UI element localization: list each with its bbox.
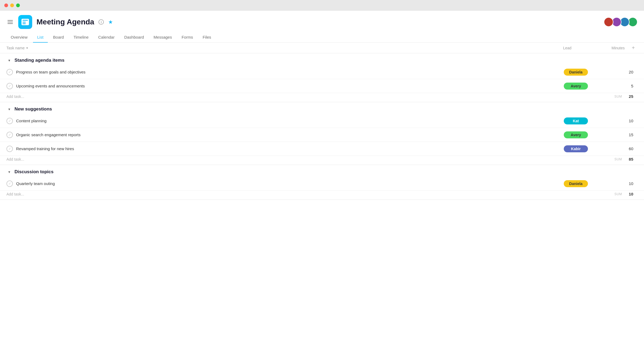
task-name-task-4: Organic search engagement reports — [16, 132, 552, 137]
task-name-column-header[interactable]: Task name ▾ — [6, 46, 543, 50]
task-lead-cell-task-3: Kat — [552, 117, 600, 124]
sections-container: ▾ Standing agenda items ✓ Progress on te… — [0, 53, 644, 200]
table-header: Task name ▾ Lead Minutes + — [0, 43, 644, 53]
lead-badge-task-1[interactable]: Daniela — [564, 69, 588, 76]
section-footer-discussion-topics: Add task... SUM 10 — [0, 191, 644, 200]
add-task-button-standing-agenda[interactable]: Add task... — [6, 94, 24, 99]
section-header-discussion-topics: ▾ Discussion topics — [0, 165, 644, 177]
task-minutes-task-5: 60 — [600, 146, 638, 151]
tab-files[interactable]: Files — [198, 32, 215, 43]
section-new-suggestions: ▾ New suggestions ✓ Content planning Kat… — [0, 102, 644, 165]
lead-badge-task-3[interactable]: Kat — [564, 117, 588, 124]
tab-dashboard[interactable]: Dashboard — [120, 32, 148, 43]
section-collapse-button-discussion-topics[interactable]: ▾ — [6, 169, 12, 175]
table-row: ✓ Content planning Kat 10 — [0, 114, 644, 128]
task-name-task-6: Quarterly team outing — [16, 181, 552, 186]
task-checkbox-task-6[interactable]: ✓ — [6, 180, 13, 187]
lead-badge-task-6[interactable]: Daniela — [564, 180, 588, 187]
section-discussion-topics: ▾ Discussion topics ✓ Quarterly team out… — [0, 165, 644, 200]
section-collapse-button-standing-agenda[interactable]: ▾ — [6, 58, 12, 63]
task-minutes-task-1: 20 — [600, 70, 638, 74]
lead-badge-task-5[interactable]: Kabir — [564, 145, 588, 152]
task-lead-cell-task-2: Avery — [552, 83, 600, 90]
sum-label-discussion-topics: SUM — [614, 192, 622, 196]
lead-column-header: Lead — [543, 46, 591, 50]
task-checkbox-task-1[interactable]: ✓ — [6, 69, 13, 75]
add-column-area: + — [629, 45, 638, 51]
nav-tabs: Overview List Board Timeline Calendar Da… — [0, 32, 644, 43]
collaborators-avatars — [605, 17, 638, 27]
sum-value-discussion-topics: 10 — [625, 192, 633, 196]
add-task-button-discussion-topics[interactable]: Add task... — [6, 192, 24, 196]
section-title-new-suggestions: New suggestions — [14, 106, 52, 112]
section-footer-new-suggestions: Add task... SUM 85 — [0, 156, 644, 165]
sum-label-new-suggestions: SUM — [614, 157, 622, 161]
task-checkbox-task-4[interactable]: ✓ — [6, 132, 13, 138]
tab-calendar[interactable]: Calendar — [94, 32, 119, 43]
task-minutes-task-4: 15 — [600, 132, 638, 137]
tab-board[interactable]: Board — [49, 32, 68, 43]
add-task-button-new-suggestions[interactable]: Add task... — [6, 157, 24, 161]
task-name-dropdown-icon[interactable]: ▾ — [26, 46, 28, 50]
section-title-discussion-topics: Discussion topics — [14, 169, 53, 175]
task-lead-cell-task-1: Daniela — [552, 69, 600, 76]
app-header: Meeting Agenda i ★ — [0, 11, 644, 29]
table-row: ✓ Organic search engagement reports Aver… — [0, 128, 644, 142]
table-row: ✓ Upcoming events and announcements Aver… — [0, 79, 644, 93]
tab-timeline[interactable]: Timeline — [69, 32, 93, 43]
minutes-column-header: Minutes — [591, 46, 629, 50]
hamburger-button[interactable] — [6, 19, 14, 25]
tab-messages[interactable]: Messages — [149, 32, 176, 43]
task-checkbox-task-2[interactable]: ✓ — [6, 83, 13, 89]
lead-badge-task-4[interactable]: Avery — [564, 131, 588, 138]
section-header-new-suggestions: ▾ New suggestions — [0, 102, 644, 114]
tab-overview[interactable]: Overview — [6, 32, 32, 43]
task-minutes-task-3: 10 — [600, 119, 638, 123]
task-name-task-1: Progress on team goals and objectives — [16, 70, 552, 74]
section-title-standing-agenda: Standing agenda items — [14, 58, 64, 63]
task-minutes-task-2: 5 — [600, 84, 638, 88]
table-row: ✓ Progress on team goals and objectives … — [0, 65, 644, 79]
close-button[interactable] — [4, 3, 8, 7]
task-minutes-task-6: 10 — [600, 181, 638, 186]
minimize-button[interactable] — [10, 3, 14, 7]
tab-forms[interactable]: Forms — [177, 32, 197, 43]
task-checkbox-task-3[interactable]: ✓ — [6, 118, 13, 124]
task-name-task-5: Revamped training for new hires — [16, 146, 552, 151]
add-column-button[interactable]: + — [632, 45, 635, 51]
sum-label-standing-agenda: SUM — [614, 95, 622, 98]
task-lead-cell-task-5: Kabir — [552, 145, 600, 152]
table-row: ✓ Revamped training for new hires Kabir … — [0, 142, 644, 156]
table-row: ✓ Quarterly team outing Daniela 10 — [0, 177, 644, 191]
project-title: Meeting Agenda — [36, 18, 94, 26]
task-lead-cell-task-4: Avery — [552, 131, 600, 138]
section-header-standing-agenda: ▾ Standing agenda items — [0, 53, 644, 65]
info-icon[interactable]: i — [98, 19, 104, 25]
sum-value-new-suggestions: 85 — [625, 157, 633, 161]
lead-badge-task-2[interactable]: Avery — [564, 83, 588, 90]
avatar-1 — [604, 17, 613, 27]
task-lead-cell-task-6: Daniela — [552, 180, 600, 187]
maximize-button[interactable] — [16, 3, 20, 7]
tab-list[interactable]: List — [33, 32, 48, 43]
star-icon[interactable]: ★ — [108, 19, 113, 25]
sum-value-standing-agenda: 25 — [625, 94, 633, 99]
section-footer-standing-agenda: Add task... SUM 25 — [0, 93, 644, 102]
task-checkbox-task-5[interactable]: ✓ — [6, 146, 13, 152]
app-icon — [18, 15, 32, 29]
titlebar — [0, 0, 644, 11]
app-window: Meeting Agenda i ★ Overview List Board T… — [0, 11, 644, 362]
section-standing-agenda: ▾ Standing agenda items ✓ Progress on te… — [0, 53, 644, 102]
task-name-task-3: Content planning — [16, 119, 552, 123]
task-name-task-2: Upcoming events and announcements — [16, 84, 552, 88]
section-collapse-button-new-suggestions[interactable]: ▾ — [6, 106, 12, 112]
